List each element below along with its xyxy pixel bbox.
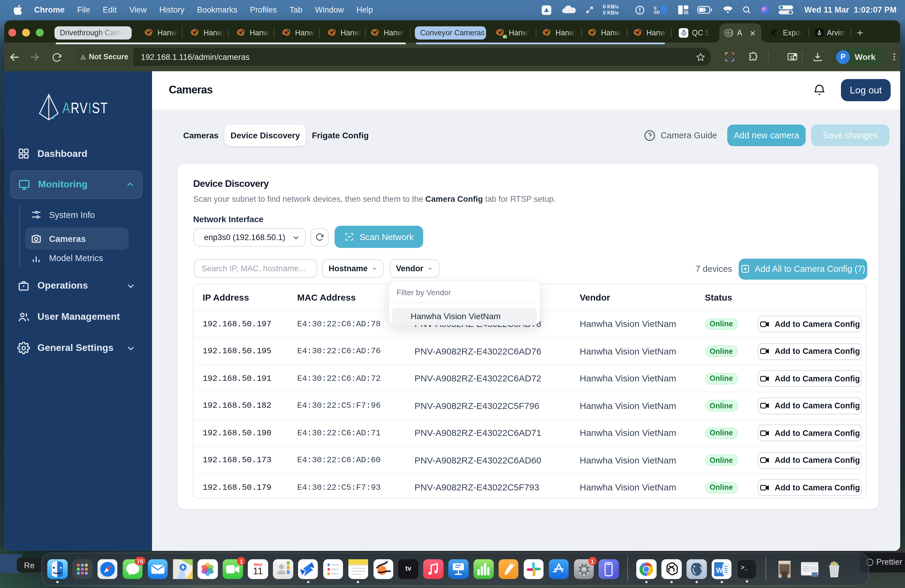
svg-text:W: W [716,566,723,574]
svg-text:SSD: SSD [653,5,660,15]
